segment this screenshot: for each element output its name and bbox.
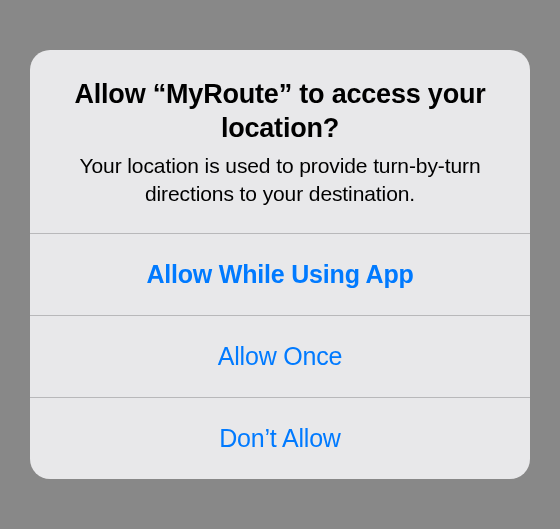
allow-once-button[interactable]: Allow Once (30, 315, 530, 397)
permission-alert: Allow “MyRoute” to access your location?… (30, 50, 530, 478)
alert-title: Allow “MyRoute” to access your location? (60, 78, 500, 146)
alert-header: Allow “MyRoute” to access your location?… (30, 50, 530, 232)
allow-while-using-button[interactable]: Allow While Using App (30, 233, 530, 315)
dont-allow-button[interactable]: Don’t Allow (30, 397, 530, 479)
alert-message: Your location is used to provide turn-by… (60, 152, 500, 209)
